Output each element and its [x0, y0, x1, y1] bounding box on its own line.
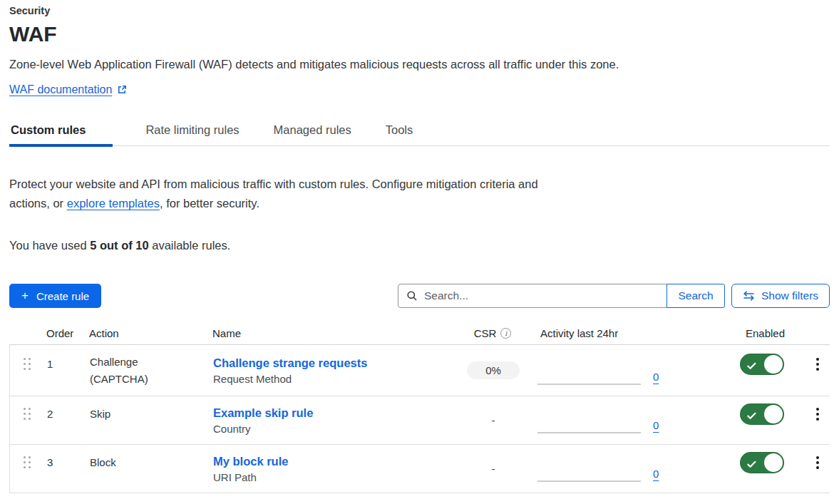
csr-cell: 0%	[467, 364, 520, 376]
rule-action-line: (CAPTCHA)	[90, 371, 213, 388]
enabled-cell	[669, 403, 805, 425]
tab-managed-rules[interactable]: Managed rules	[272, 123, 353, 145]
search-button[interactable]: Search	[666, 284, 725, 308]
csr-badge: 0%	[467, 361, 520, 379]
activity-cell: 0	[525, 345, 669, 396]
page-description: Zone-level Web Application Firewall (WAF…	[9, 58, 830, 71]
activity-sparkline	[537, 432, 641, 433]
rule-action: Skip	[88, 406, 213, 423]
csr-empty-value: -	[492, 463, 495, 475]
usage-before: You have used	[9, 239, 90, 252]
header-order: Order	[43, 327, 88, 339]
page-title: WAF	[9, 22, 830, 46]
activity-cell: 0	[525, 396, 669, 444]
rule-order: 2	[44, 408, 88, 420]
check-icon	[747, 458, 756, 471]
info-icon[interactable]: i	[500, 328, 511, 339]
header-csr-label: CSR	[474, 327, 497, 339]
rule-name-link[interactable]: Example skip rule	[213, 406, 313, 419]
rule-action-line: Challenge	[90, 354, 213, 371]
breadcrumb: Security	[9, 5, 830, 16]
waf-page: Security WAF Zone-level Web Application …	[0, 0, 839, 493]
rule-action-line: Skip	[90, 406, 213, 423]
toggle-knob	[764, 405, 783, 423]
plus-icon: +	[21, 289, 29, 302]
filters-icon	[743, 291, 755, 301]
csr-empty-value: -	[492, 414, 495, 426]
create-rule-label: Create rule	[36, 290, 89, 302]
header-activity: Activity last 24hr	[525, 327, 669, 339]
enabled-toggle[interactable]	[740, 354, 784, 375]
rules-table: Order Action Name CSR i Activity last 24…	[9, 322, 830, 493]
rules-toolbar: + Create rule Search	[9, 284, 830, 308]
header-action: Action	[88, 327, 212, 339]
rule-field: URI Path	[213, 471, 461, 483]
usage-text: You have used 5 out of 10 available rule…	[9, 239, 830, 252]
header-csr: CSR i	[474, 327, 512, 339]
show-filters-button[interactable]: Show filters	[731, 284, 830, 308]
rule-name-link[interactable]: My block rule	[213, 455, 288, 468]
enabled-cell	[669, 452, 805, 473]
header-enabled: Enabled	[669, 327, 804, 339]
check-icon	[747, 360, 756, 373]
waf-documentation-link[interactable]: WAF documentation	[9, 83, 112, 96]
activity-sparkline	[537, 480, 641, 482]
intro-text: Protect your website and API from malici…	[9, 175, 538, 213]
rule-order: 1	[44, 358, 88, 370]
activity-count-link[interactable]: 0	[653, 371, 659, 383]
tab-custom-rules[interactable]: Custom rules	[9, 123, 113, 145]
rule-field: Country	[213, 423, 461, 435]
intro-text-after: , for better security.	[160, 197, 259, 210]
table-body: 1 Challenge (CAPTCHA) Challenge strange …	[9, 345, 830, 493]
check-icon	[747, 410, 756, 423]
enabled-cell	[669, 354, 805, 375]
drag-handle-icon[interactable]	[21, 356, 33, 372]
table-header-row: Order Action Name CSR i Activity last 24…	[9, 322, 830, 345]
table-row: 3 Block My block rule URI Path - 0	[10, 445, 830, 493]
kebab-menu-icon[interactable]	[812, 356, 823, 373]
kebab-menu-icon[interactable]	[812, 406, 823, 423]
activity-sparkline	[537, 384, 641, 385]
drag-handle-icon[interactable]	[21, 454, 33, 470]
drag-handle-icon[interactable]	[21, 406, 33, 422]
explore-templates-link[interactable]: explore templates	[67, 197, 160, 210]
csr-cell: -	[492, 463, 495, 475]
rule-order: 3	[44, 456, 88, 468]
activity-count-link[interactable]: 0	[653, 419, 659, 431]
rule-name-cell: Challenge strange requests Request Metho…	[213, 356, 461, 385]
external-link-icon	[117, 85, 127, 95]
rule-field: Request Method	[213, 373, 461, 385]
rule-name-cell: My block rule URI Path	[213, 455, 461, 483]
toggle-knob	[764, 453, 783, 472]
csr-cell: -	[492, 414, 495, 426]
create-rule-button[interactable]: + Create rule	[9, 284, 101, 308]
show-filters-label: Show filters	[761, 289, 818, 302]
search-input[interactable]	[398, 284, 667, 308]
kebab-menu-icon[interactable]	[812, 454, 823, 471]
rule-name-cell: Example skip rule Country	[213, 406, 461, 435]
table-row: 1 Challenge (CAPTCHA) Challenge strange …	[10, 345, 830, 396]
usage-after: available rules.	[149, 239, 231, 252]
enabled-toggle[interactable]	[740, 403, 784, 425]
rule-action: Block	[88, 454, 213, 471]
activity-cell: 0	[525, 445, 669, 493]
table-row: 2 Skip Example skip rule Country - 0	[10, 396, 830, 445]
rule-action-line: Block	[90, 454, 213, 471]
header-name: Name	[212, 327, 460, 339]
toggle-knob	[764, 355, 783, 374]
activity-count-link[interactable]: 0	[653, 468, 659, 480]
tab-bar: Custom rules Rate limiting rules Managed…	[9, 123, 830, 146]
usage-count: 5 out of 10	[90, 239, 149, 252]
tab-rate-limiting-rules[interactable]: Rate limiting rules	[144, 123, 240, 145]
enabled-toggle[interactable]	[740, 452, 784, 473]
rule-action: Challenge (CAPTCHA)	[88, 354, 213, 388]
tab-tools[interactable]: Tools	[384, 123, 415, 145]
rule-name-link[interactable]: Challenge strange requests	[213, 356, 367, 369]
